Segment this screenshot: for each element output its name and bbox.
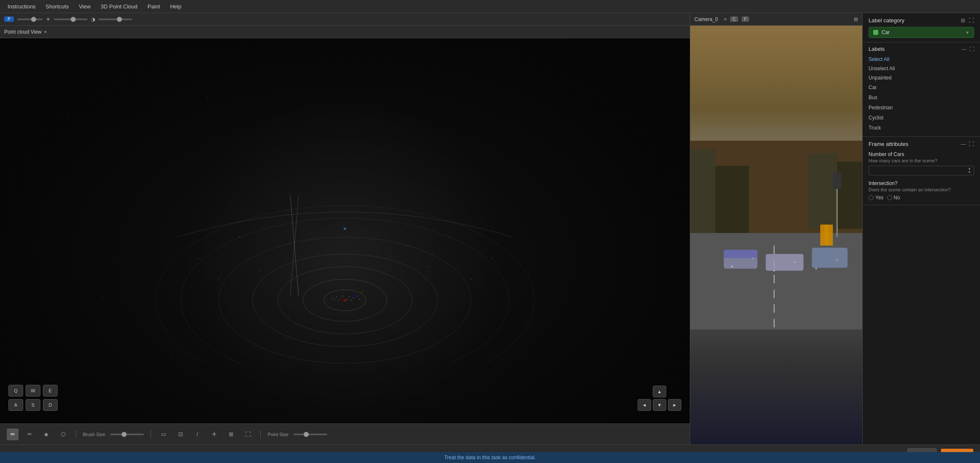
svg-rect-35 xyxy=(690,149,715,233)
pc-mode-badge: P xyxy=(4,16,14,22)
tool-draw[interactable]: ✏ xyxy=(7,429,19,440)
tool-transform[interactable]: ⊞ xyxy=(225,429,237,440)
label-select-all[interactable]: Select All xyxy=(869,55,974,64)
intersection-no-label: No xyxy=(894,195,900,201)
label-cyclist[interactable]: Cyclist xyxy=(869,113,974,123)
camera-expand[interactable]: ⊞ xyxy=(854,16,858,22)
brush-size-slider[interactable] xyxy=(110,434,144,435)
frame-attributes-section: Frame attributes — ⛶ Number of Cars How … xyxy=(863,137,980,205)
intersection-field: Intersection? Does the scene contain an … xyxy=(869,180,974,201)
key-d[interactable]: D xyxy=(43,399,58,411)
num-cars-down-spinner[interactable]: ▼ xyxy=(968,171,971,174)
tool-line[interactable]: / xyxy=(191,429,203,440)
labels-header-actions: — ⛶ xyxy=(961,46,974,52)
key-s[interactable]: S xyxy=(26,399,40,411)
camera-title: Camera_0 xyxy=(694,16,718,22)
label-pedestrian[interactable]: Pedestrian xyxy=(869,103,974,113)
svg-point-20 xyxy=(471,279,471,280)
bottom-toolbar: ✏ ✂ ◈ ⬡ Brush Size ▭ ⊡ / ✛ ⊞ ⛶ Point Siz… xyxy=(0,423,690,444)
frame-attr-expand-icon[interactable]: ⛶ xyxy=(969,141,974,147)
nav-keys: Q W E A S D xyxy=(8,385,58,411)
num-cars-input[interactable] xyxy=(871,168,968,174)
label-unpainted[interactable]: Unpainted xyxy=(869,73,974,82)
key-a[interactable]: A xyxy=(8,399,23,411)
num-cars-input-container: ▲ ▼ xyxy=(869,166,974,175)
arrow-left[interactable]: ◄ xyxy=(638,399,651,411)
svg-rect-39 xyxy=(690,233,862,329)
menu-shortcuts[interactable]: Shortcuts xyxy=(41,2,73,11)
pc-slider-1[interactable] xyxy=(17,19,42,20)
arrow-down[interactable]: ▼ xyxy=(653,399,666,411)
svg-point-17 xyxy=(408,245,408,246)
pc-panel-close[interactable]: × xyxy=(44,29,47,35)
key-q[interactable]: Q xyxy=(8,385,23,397)
tool-move[interactable]: ✛ xyxy=(208,429,220,440)
camera-badge-f[interactable]: F xyxy=(742,16,749,22)
point-cloud-canvas[interactable]: Q W E A S D ▲ ◄ xyxy=(0,38,690,436)
intersection-no-option[interactable]: No xyxy=(887,195,900,201)
label-category-icon-1[interactable]: ⊞ xyxy=(961,17,965,24)
svg-point-15 xyxy=(239,237,240,238)
frame-attributes-title: Frame attributes — ⛶ xyxy=(869,141,974,147)
intersection-no-radio[interactable] xyxy=(887,195,892,200)
label-truck[interactable]: Truck xyxy=(869,123,974,133)
svg-point-18 xyxy=(429,266,429,267)
right-area: Camera_0 × C F ⊞ xyxy=(690,13,980,444)
frame-attr-minimize-icon[interactable]: — xyxy=(961,141,966,147)
point-size-slider[interactable] xyxy=(294,434,327,435)
camera-header: Camera_0 × C F ⊞ xyxy=(690,13,862,26)
pc-slider-3[interactable] xyxy=(98,19,132,20)
svg-point-5 xyxy=(181,218,509,363)
category-color-swatch xyxy=(873,30,878,35)
svg-point-50 xyxy=(752,257,754,259)
label-unselect-all[interactable]: Unselect All xyxy=(869,64,974,73)
toolbar-sep-2 xyxy=(151,430,151,439)
tool-fullscreen[interactable]: ⛶ xyxy=(242,429,254,440)
svg-point-26 xyxy=(340,298,341,299)
direction-arrows: ▲ ◄ ▼ ► xyxy=(638,386,681,411)
labels-expand-icon[interactable]: ⛶ xyxy=(969,46,974,52)
label-category-icon-2[interactable]: ⛶ xyxy=(969,17,974,24)
tool-pick[interactable]: ⬡ xyxy=(57,429,69,440)
svg-rect-36 xyxy=(715,166,749,233)
num-cars-up-spinner[interactable]: ▲ xyxy=(968,167,971,170)
key-w[interactable]: W xyxy=(26,385,40,397)
nav-row-2: A S D xyxy=(8,399,58,411)
num-cars-field: Number of Cars How many cars are in the … xyxy=(869,151,974,175)
label-bus[interactable]: Bus xyxy=(869,93,974,103)
svg-point-52 xyxy=(795,262,796,263)
svg-point-21 xyxy=(492,258,493,259)
num-cars-label: Number of Cars xyxy=(869,151,974,157)
intersection-options: Yes No xyxy=(869,195,974,201)
category-dropdown[interactable]: Car ▼ xyxy=(869,27,974,38)
menu-view[interactable]: View xyxy=(74,2,95,11)
labels-minimize-icon[interactable]: — xyxy=(961,46,967,52)
brush-size-slider-container xyxy=(110,434,144,435)
tool-rect[interactable]: ▭ xyxy=(158,429,170,440)
camera-badge-c[interactable]: C xyxy=(730,16,738,22)
tool-erase[interactable]: ✂ xyxy=(24,429,35,440)
arrow-up[interactable]: ▲ xyxy=(653,386,666,397)
intersection-yes-option[interactable]: Yes xyxy=(869,195,884,201)
menu-help[interactable]: Help xyxy=(166,2,185,11)
arrow-right[interactable]: ► xyxy=(668,399,681,411)
point-size-label: Point Size xyxy=(268,432,289,437)
tool-lasso[interactable]: ⊡ xyxy=(175,429,186,440)
svg-point-30 xyxy=(351,300,352,301)
toolbar-sep-3 xyxy=(260,430,261,439)
app-wrapper: Instructions Shortcuts View 3D Point Clo… xyxy=(0,0,980,463)
contrast-icon: ◑ xyxy=(91,16,95,22)
camera-column: Camera_0 × C F ⊞ xyxy=(690,13,862,444)
label-car[interactable]: Car xyxy=(869,82,974,93)
tool-fill[interactable]: ◈ xyxy=(40,429,52,440)
menu-instructions[interactable]: Instructions xyxy=(3,2,40,11)
brightness-icon: ☀ xyxy=(46,16,50,22)
camera-close[interactable]: × xyxy=(724,16,727,22)
svg-point-24 xyxy=(336,296,337,297)
svg-rect-42 xyxy=(724,250,758,258)
menu-3d-point-cloud[interactable]: 3D Point Cloud xyxy=(96,2,141,11)
key-e[interactable]: E xyxy=(43,385,58,397)
pc-slider-2[interactable] xyxy=(54,19,87,20)
intersection-yes-radio[interactable] xyxy=(869,195,874,200)
menu-paint[interactable]: Paint xyxy=(143,2,164,11)
